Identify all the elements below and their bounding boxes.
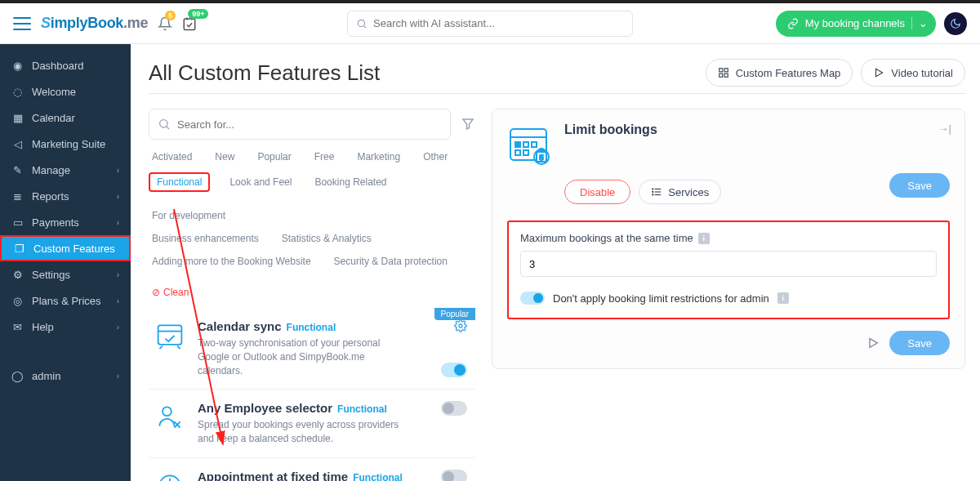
chevron-right-icon: ›	[117, 166, 119, 175]
sidebar-item-calendar[interactable]: ▦Calendar	[0, 105, 131, 131]
filter-pill-free[interactable]: Free	[311, 149, 338, 164]
feature-title: Appointment at fixed time	[198, 470, 348, 481]
collapse-icon[interactable]: →|	[938, 122, 951, 135]
sidebar-item-plans-prices[interactable]: ◎Plans & Prices›	[0, 287, 131, 314]
feature-icon	[154, 470, 186, 481]
feature-card-any-employee-selector[interactable]: Any Employee selectorFunctionalSpread yo…	[149, 390, 475, 458]
list-icon	[651, 186, 662, 198]
features-map-button[interactable]: Custom Features Map	[706, 59, 853, 87]
filter-pill-look-and-feel[interactable]: Look and Feel	[226, 175, 295, 189]
cal-icon: ▦	[11, 112, 24, 124]
bars-icon: ≣	[11, 190, 24, 203]
booking-channels-button[interactable]: My booking channels ⌄	[776, 11, 936, 37]
sidebar-item-help[interactable]: ✉Help›	[0, 314, 131, 340]
play-icon[interactable]	[866, 336, 880, 350]
filter-pill-other[interactable]: Other	[420, 149, 451, 164]
chevron-right-icon: ›	[117, 296, 119, 305]
sidebar-item-reports[interactable]: ≣Reports›	[0, 183, 131, 209]
svg-rect-28	[523, 150, 528, 155]
filter-pill-functional[interactable]: Functional	[149, 172, 210, 192]
detail-title: Limit bookings	[564, 122, 950, 137]
feature-card-calendar-sync[interactable]: PopularCalendar syncFunctionalTwo-way sy…	[149, 308, 475, 390]
dark-mode-toggle[interactable]	[944, 12, 967, 35]
sidebar-item-payments[interactable]: ▭Payments›	[0, 209, 131, 235]
tasks-icon[interactable]: 99+	[182, 16, 197, 31]
feature-title: Calendar sync	[198, 319, 282, 333]
filter-pill-activated[interactable]: Activated	[149, 149, 195, 164]
info-icon[interactable]: i	[777, 292, 789, 304]
menu-toggle[interactable]	[13, 17, 31, 30]
feature-toggle[interactable]	[441, 470, 467, 481]
notif-badge: 5	[165, 11, 176, 20]
sidebar-item-welcome[interactable]: ◌Welcome	[0, 78, 131, 105]
user-icon: ◯	[11, 370, 24, 382]
svg-marker-6	[876, 69, 883, 76]
feature-toggle[interactable]	[441, 401, 467, 416]
gift-icon: ❐	[13, 243, 25, 255]
max-bookings-label: Maximum bookings at the same time i	[520, 232, 937, 244]
feature-desc: Two-way synchronisation of your personal…	[198, 336, 410, 377]
chevron-right-icon: ›	[117, 323, 119, 332]
popular-badge: Popular	[434, 308, 475, 320]
feature-search[interactable]	[149, 109, 451, 140]
sidebar-item-settings[interactable]: ⚙Settings›	[0, 261, 131, 287]
filter-pill-adding-more-to-the-booking-website[interactable]: Adding more to the Booking Website	[149, 254, 314, 269]
logo[interactable]: SSimplyBook.meimplyBook.me	[41, 15, 148, 32]
info-icon[interactable]: i	[698, 233, 710, 244]
filter-pill-booking-related[interactable]: Booking Related	[311, 175, 390, 189]
settings-highlighted: Maximum bookings at the same time i Don'…	[507, 220, 950, 319]
link-icon	[787, 18, 799, 29]
filter-pill-popular[interactable]: Popular	[254, 149, 294, 164]
gear-icon[interactable]	[454, 319, 467, 332]
sidebar-item-marketing-suite[interactable]: ◁Marketing Suite	[0, 131, 131, 157]
filter-pill-new[interactable]: New	[212, 149, 238, 164]
bell-icon[interactable]: 5	[158, 16, 172, 31]
video-tutorial-button[interactable]: Video tutorial	[861, 59, 965, 87]
svg-text:5: 5	[539, 154, 543, 162]
mega-icon: ◁	[11, 138, 24, 150]
coin-icon: ◎	[11, 295, 24, 307]
svg-point-35	[653, 189, 653, 189]
chat-icon: ✉	[11, 321, 24, 333]
topbar: SSimplyBook.meimplyBook.me 5 99+ My book…	[0, 3, 980, 44]
svg-rect-2	[719, 69, 722, 72]
bulb-icon: ◌	[11, 86, 24, 98]
filter-pill-marketing[interactable]: Marketing	[354, 149, 403, 164]
chevron-right-icon: ›	[117, 270, 119, 279]
max-bookings-input[interactable]	[520, 251, 937, 277]
feature-search-input[interactable]	[177, 118, 442, 131]
svg-point-7	[160, 120, 167, 127]
feature-title: Any Employee selector	[198, 401, 332, 415]
svg-rect-25	[523, 142, 528, 147]
feature-card-appointment-at-fixed-time[interactable]: Appointment at fixed timeFunctionalDefin…	[149, 458, 475, 481]
filter-icon[interactable]	[461, 117, 475, 131]
filter-clean[interactable]: Clean	[149, 285, 192, 300]
disable-button[interactable]: Disable	[564, 180, 630, 204]
feature-toggle[interactable]	[441, 363, 467, 377]
svg-marker-38	[870, 339, 877, 348]
save-button-top[interactable]: Save	[889, 173, 950, 198]
feature-tag: Functional	[337, 403, 387, 415]
card-icon: ▭	[11, 216, 24, 229]
sidebar-item-dashboard[interactable]: ◉Dashboard	[0, 52, 131, 78]
sidebar-item-custom-features[interactable]: ❐Custom Features	[0, 235, 131, 261]
sidebar-item-admin[interactable]: ◯admin›	[0, 363, 131, 389]
chevron-down-icon: ⌄	[911, 17, 928, 29]
filter-pill-for-development[interactable]: For development	[149, 208, 229, 223]
save-button-bottom[interactable]: Save	[889, 331, 950, 355]
search-icon	[356, 18, 368, 29]
filter-pill-statistics-analytics[interactable]: Statistics & Analytics	[278, 231, 375, 246]
feature-icon	[154, 401, 186, 434]
sidebar-item-manage[interactable]: ✎Manage›	[0, 157, 131, 183]
pencil-icon: ✎	[11, 164, 24, 176]
services-button[interactable]: Services	[639, 180, 721, 204]
svg-rect-4	[719, 73, 722, 77]
svg-rect-8	[158, 325, 182, 344]
admin-exempt-toggle[interactable]	[520, 292, 545, 305]
global-search[interactable]	[347, 11, 633, 37]
feature-icon	[154, 319, 186, 352]
filter-pill-business-enhancements[interactable]: Business enhancements	[149, 231, 262, 246]
feature-desc: Spread your bookings evenly across provi…	[198, 418, 410, 446]
global-search-input[interactable]	[373, 17, 624, 29]
filter-pill-security-data-protection[interactable]: Security & Data protection	[331, 254, 451, 269]
